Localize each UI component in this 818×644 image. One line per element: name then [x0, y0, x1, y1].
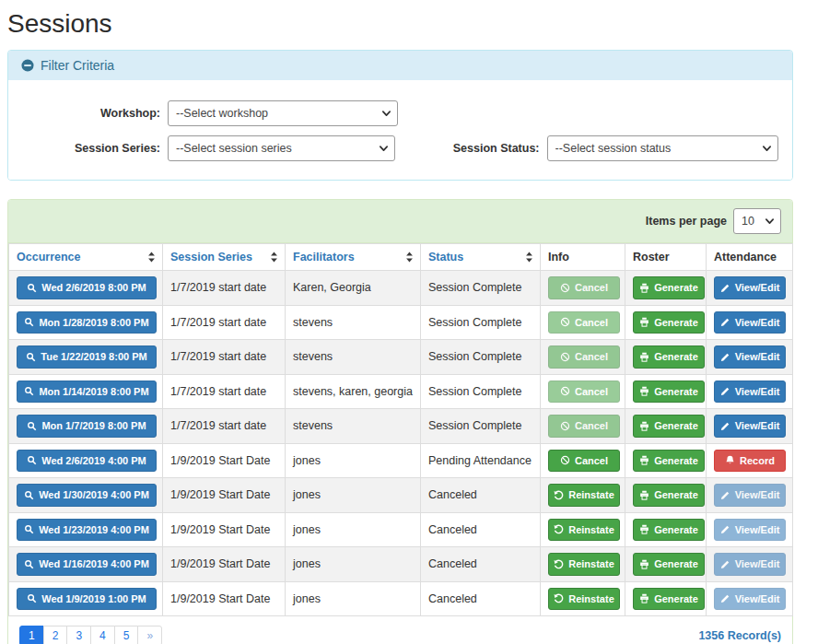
info-action-button[interactable]: Cancel	[548, 450, 620, 473]
session-series-cell: 1/9/2019 Start Date	[163, 478, 286, 513]
pencil-icon	[720, 524, 730, 534]
ban-icon	[560, 421, 570, 431]
occurrence-button[interactable]: Wed 2/6/2019 8:00 PM	[17, 276, 157, 299]
page-button-3[interactable]: 3	[67, 626, 91, 644]
facilitators-cell: jones	[286, 547, 421, 582]
facilitators-cell: stevens	[286, 409, 421, 444]
items-per-page-select[interactable]: 10	[733, 208, 781, 234]
print-icon	[639, 386, 649, 396]
page-next-button[interactable]: »	[138, 626, 162, 644]
print-icon	[639, 593, 649, 603]
session-series-select[interactable]: --Select session series	[168, 135, 395, 161]
undo-icon	[554, 490, 564, 500]
facilitators-cell: stevens	[286, 340, 421, 375]
pencil-icon	[720, 317, 730, 327]
attendance-action-button[interactable]: View/Edit	[714, 588, 786, 611]
table-row: Wed 1/16/2019 4:00 PM 1/9/2019 Start Dat…	[9, 547, 793, 582]
attendance-action-button[interactable]: View/Edit	[714, 519, 786, 542]
page-button-1[interactable]: 1	[19, 626, 44, 644]
print-icon	[639, 421, 649, 431]
info-action-button[interactable]: Reinstate	[548, 553, 620, 576]
attendance-action-button[interactable]: View/Edit	[714, 345, 786, 369]
info-action-button[interactable]: Cancel	[548, 311, 620, 334]
info-action-button[interactable]: Reinstate	[548, 588, 620, 611]
occurrence-button[interactable]: Wed 1/16/2019 4:00 PM	[17, 553, 157, 576]
roster-generate-button[interactable]: Generate	[633, 519, 705, 542]
occurrence-button[interactable]: Wed 1/9/2019 1:00 PM	[17, 588, 157, 611]
info-action-button[interactable]: Reinstate	[548, 519, 620, 542]
session-status-label: Session Status:	[452, 142, 540, 155]
page-button-5[interactable]: 5	[115, 626, 139, 644]
filter-criteria-title: Filter Criteria	[41, 58, 114, 73]
column-header-occurrence[interactable]: Occurrence	[9, 244, 163, 271]
occurrence-button[interactable]: Wed 1/23/2019 4:00 PM	[17, 519, 157, 542]
session-status-select[interactable]: --Select session status	[547, 135, 778, 161]
items-per-page-label: Items per page	[646, 215, 727, 228]
attendance-action-button[interactable]: View/Edit	[714, 311, 786, 334]
attendance-action-button[interactable]: View/Edit	[714, 415, 786, 438]
info-action-button[interactable]: Cancel	[548, 381, 620, 404]
attendance-action-button[interactable]: View/Edit	[714, 553, 786, 576]
info-action-button[interactable]: Cancel	[548, 415, 620, 438]
sort-icon[interactable]	[270, 252, 278, 263]
column-header-facilitators[interactable]: Facilitators	[286, 244, 421, 271]
session-series-cell: 1/7/2019 start date	[163, 305, 286, 340]
attendance-action-button[interactable]: View/Edit	[714, 276, 786, 299]
page-button-4[interactable]: 4	[91, 626, 115, 644]
facilitators-cell: stevens, karen, georgia	[286, 374, 421, 409]
print-icon	[639, 559, 649, 569]
search-icon	[27, 283, 37, 293]
occurrence-button[interactable]: Mon 1/28/2019 8:00 PM	[17, 311, 157, 334]
column-header-session-series[interactable]: Session Series	[163, 244, 286, 271]
info-action-button[interactable]: Reinstate	[548, 484, 620, 507]
occurrence-button[interactable]: Mon 1/7/2019 8:00 PM	[17, 415, 157, 438]
attendance-action-button[interactable]: View/Edit	[714, 381, 786, 404]
column-header-roster: Roster	[625, 244, 707, 271]
occurrence-button[interactable]: Wed 2/6/2019 4:00 PM	[17, 450, 157, 473]
roster-generate-button[interactable]: Generate	[633, 311, 705, 334]
roster-generate-button[interactable]: Generate	[633, 588, 705, 611]
print-icon	[639, 490, 649, 500]
table-row: Wed 1/23/2019 4:00 PM 1/9/2019 Start Dat…	[9, 512, 793, 547]
sort-icon[interactable]	[147, 252, 156, 263]
info-action-button[interactable]: Cancel	[548, 276, 620, 299]
column-header-status[interactable]: Status	[421, 244, 541, 271]
roster-generate-button[interactable]: Generate	[633, 381, 705, 404]
occurrence-button[interactable]: Tue 1/22/2019 8:00 PM	[17, 345, 157, 369]
collapse-minus-icon[interactable]	[21, 59, 34, 72]
roster-generate-button[interactable]: Generate	[633, 345, 705, 369]
attendance-action-button[interactable]: View/Edit	[714, 484, 786, 507]
roster-generate-button[interactable]: Generate	[633, 450, 705, 473]
filter-criteria-header[interactable]: Filter Criteria	[8, 51, 792, 80]
facilitators-cell: stevens	[286, 305, 421, 340]
sort-icon[interactable]	[405, 252, 414, 263]
table-footer: 1 2 3 4 5 » 1356 Record(s)	[8, 616, 792, 644]
session-series-cell: 1/9/2019 Start Date	[163, 547, 286, 582]
page-button-2[interactable]: 2	[44, 626, 68, 644]
column-header-attendance: Attendance	[707, 244, 793, 271]
sort-icon[interactable]	[525, 252, 533, 263]
roster-generate-button[interactable]: Generate	[633, 553, 705, 576]
pagination: 1 2 3 4 5 »	[19, 626, 162, 644]
occurrence-button[interactable]: Mon 1/14/2019 8:00 PM	[17, 381, 157, 404]
table-row: Tue 1/22/2019 8:00 PM 1/7/2019 start dat…	[9, 340, 793, 375]
ban-icon	[560, 352, 570, 362]
roster-generate-button[interactable]: Generate	[633, 415, 705, 438]
print-icon	[639, 317, 649, 327]
status-cell: Session Complete	[421, 340, 541, 375]
search-icon	[27, 421, 37, 431]
facilitators-cell: jones	[286, 443, 421, 478]
info-action-button[interactable]: Cancel	[548, 345, 620, 369]
roster-generate-button[interactable]: Generate	[633, 276, 705, 299]
column-header-info: Info	[541, 244, 625, 271]
occurrence-button[interactable]: Wed 1/30/2019 4:00 PM	[17, 484, 157, 507]
roster-generate-button[interactable]: Generate	[633, 484, 705, 507]
items-per-page-select-wrap: 10	[733, 208, 781, 234]
ban-icon	[560, 283, 570, 293]
table-row: Mon 1/28/2019 8:00 PM 1/7/2019 start dat…	[9, 305, 793, 340]
attendance-action-button[interactable]: Record	[714, 450, 786, 473]
workshop-select[interactable]: --Select workshop	[168, 100, 398, 126]
session-series-cell: 1/7/2019 start date	[163, 340, 286, 375]
sessions-table-panel: Items per page 10 Occurrence Session Ser…	[7, 199, 793, 644]
status-cell: Canceled	[421, 581, 541, 616]
